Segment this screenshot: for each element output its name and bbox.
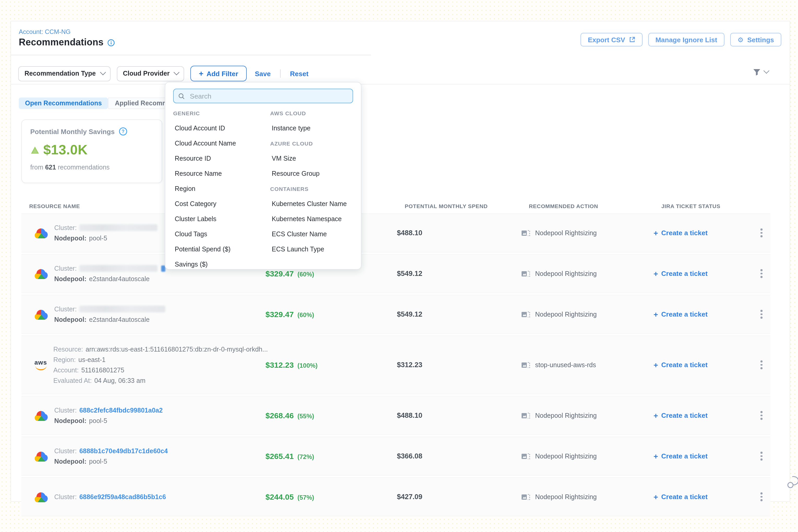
external-link-icon [629,37,635,43]
recommended-action-label: Nodepool Rightsizing [535,453,597,460]
help-chat-button[interactable] [787,476,798,492]
row-menu-button[interactable] [753,229,771,237]
svg-text:?: ? [121,129,125,134]
filter-funnel-button[interactable] [753,68,768,76]
cluster-label: Cluster: [54,305,77,313]
rightsizing-icon [521,310,530,318]
row-menu-button[interactable] [753,310,771,319]
column-header-action[interactable]: RECOMMENDED ACTION [521,203,653,209]
recommendations-table: Cluster: Nodepool:pool-5 $488.10 Nodepoo… [21,213,771,518]
tab-open-recommendations[interactable]: Open Recommendations [19,97,108,109]
filter-option-ecs-launch-type[interactable]: ECS Launch Type [270,242,353,256]
savings-percent: (100%) [297,362,317,369]
nodepool-value: e2standar4autoscale [89,275,150,282]
rightsizing-icon [521,412,530,419]
create-ticket-button[interactable]: +Create a ticket [653,493,753,501]
save-button[interactable]: Save [255,70,271,77]
table-row[interactable]: Cluster:6888b1c70e49db17c1de60c4 Nodepoo… [21,437,771,476]
filter-option-cluster-labels[interactable]: Cluster Labels [173,211,270,226]
export-csv-button[interactable]: Export CSV [581,33,642,46]
row-menu-button[interactable] [753,361,771,369]
filter-option-kubernetes-cluster-name[interactable]: Kubernetes Cluster Name [270,196,353,211]
add-filter-button[interactable]: + Add Filter [190,66,246,81]
filter-option-instance-type[interactable]: Instance type [270,120,353,136]
manage-ignore-list-button[interactable]: Manage Ignore List [648,33,724,46]
cluster-link[interactable]: 6886e92f59a48cad86b5b1c6 [79,493,166,500]
region-label: Region: [53,356,76,363]
rightsizing-icon [521,270,530,277]
column-header-spend[interactable]: POTENTIAL MONTHLY SPEND [397,203,521,209]
filter-option-vm-size[interactable]: VM Size [270,151,353,166]
row-menu-button[interactable] [753,493,771,501]
reset-button[interactable]: Reset [290,70,308,77]
create-ticket-button[interactable]: +Create a ticket [653,412,753,419]
divider [280,69,281,78]
savings-value: $312.23 [265,360,293,369]
table-row[interactable]: aws Resource:arn:aws:rds:us-east-1:51161… [21,335,771,394]
filter-option-cost-category[interactable]: Cost Category [173,196,270,211]
filter-option-cloud-account-id[interactable]: Cloud Account ID [173,120,270,136]
filter-option-resource-id[interactable]: Resource ID [173,151,270,166]
table-row[interactable]: Cluster:688c2fefc84fbdc99801a0a2 Nodepoo… [21,396,771,435]
recommendation-type-dropdown[interactable]: Recommendation Type [18,66,110,81]
table-row[interactable]: Cluster: Nodepool:e2standar4autoscale $3… [21,295,771,334]
aws-cloud-icon: aws [34,359,47,370]
create-ticket-button[interactable]: +Create a ticket [653,361,753,369]
rightsizing-icon [521,453,530,460]
info-icon[interactable] [107,39,114,46]
savings-leaf-icon [30,146,40,154]
rightsizing-icon [521,229,530,236]
evaluated-at-label: Evaluated At: [53,377,92,384]
section-header-generic: GENERIC [173,106,270,120]
cluster-link[interactable]: 688c2fefc84fbdc99801a0a2 [79,406,163,414]
recommendation-type-label: Recommendation Type [24,70,96,77]
account-value: 511616801275 [81,366,125,374]
filter-search-input[interactable] [189,92,348,100]
cloud-provider-dropdown[interactable]: Cloud Provider [117,66,184,81]
savings-card-title: Potential Monthly Savings [30,128,115,135]
savings-value: $268.46 [265,411,293,420]
filter-option-kubernetes-namespace[interactable]: Kubernetes Namespace [270,211,353,226]
filter-option-region[interactable]: Region [173,181,270,196]
filter-option-ecs-cluster-name[interactable]: ECS Cluster Name [270,226,353,242]
recommended-action-label: Nodepool Rightsizing [535,412,597,419]
chat-bubble-icon [787,476,798,490]
account-label: Account: [53,366,78,374]
gcp-cloud-icon [34,309,48,320]
savings-amount: $13.0K [43,142,88,158]
filter-option-resource-group[interactable]: Resource Group [270,166,353,181]
create-ticket-button[interactable]: +Create a ticket [653,270,753,278]
row-menu-button[interactable] [753,411,771,420]
create-ticket-button[interactable]: +Create a ticket [653,229,753,237]
savings-percent: (72%) [297,453,314,460]
table-row[interactable]: Cluster: Nodepool:pool-5 $488.10 Nodepoo… [21,213,771,252]
spend-value: $488.10 [397,229,521,237]
column-header-jira[interactable]: JIRA TICKET STATUS [653,203,753,209]
row-menu-button[interactable] [753,452,771,460]
help-icon[interactable]: ? [119,127,127,136]
filter-option-potential-spend[interactable]: Potential Spend ($) [173,242,270,256]
settings-button[interactable]: ⚙ Settings [730,33,781,46]
filter-search[interactable] [173,89,353,103]
resource-label: Resource: [53,345,83,353]
cluster-link[interactable]: 6888b1c70e49db17c1de60c4 [79,447,168,455]
recommended-action-label: Nodepool Rightsizing [535,270,597,277]
filter-option-savings[interactable]: Savings ($) [173,256,270,272]
plus-icon: + [653,452,658,460]
spend-value: $427.09 [397,493,521,501]
filter-option-resource-name[interactable]: Resource Name [173,166,270,181]
create-ticket-button[interactable]: +Create a ticket [653,452,753,460]
table-row[interactable]: Cluster:6886e92f59a48cad86b5b1c6 $244.05… [21,477,771,516]
filter-option-cloud-tags[interactable]: Cloud Tags [173,226,270,242]
redacted-cluster-name [79,265,157,272]
create-ticket-button[interactable]: +Create a ticket [653,310,753,318]
plus-icon: + [653,310,658,318]
row-menu-button[interactable] [753,269,771,278]
spend-value: $312.23 [397,361,521,369]
resource-value: arn:aws:rds:us-east-1:511616801275:db:zn… [86,345,268,353]
filter-option-cloud-account-name[interactable]: Cloud Account Name [173,136,270,151]
filter-bar: Recommendation Type Cloud Provider + Add… [18,66,308,81]
table-row[interactable]: Cluster: Nodepool:e2standar4autoscale $3… [21,254,771,293]
breadcrumb[interactable]: Account: CCM-NG [19,28,71,36]
plus-icon: + [199,69,204,77]
